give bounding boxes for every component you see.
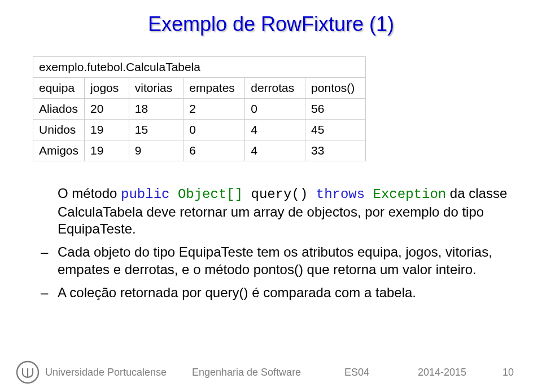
- table-header: vitorias: [129, 78, 183, 99]
- university-logo-icon: [16, 360, 40, 384]
- table-row: Aliados 20 18 2 0 56: [33, 99, 366, 120]
- table-cell: 15: [129, 120, 183, 140]
- footer: Universidade Portucalense Engenharia de …: [0, 360, 542, 384]
- table-cell: 45: [305, 120, 366, 140]
- table-row: Unidos 19 15 0 4 45: [33, 120, 366, 140]
- page-title: Exemplo de RowFixture (1): [0, 0, 542, 36]
- table-cell: 18: [129, 99, 183, 120]
- table-header: pontos(): [305, 78, 366, 99]
- table-cell: Aliados: [33, 99, 85, 120]
- table-cell: 19: [85, 120, 129, 140]
- code-keyword: public: [121, 187, 169, 202]
- code-keyword: throws: [316, 187, 365, 202]
- data-table-wrap: exemplo.futebol.CalculaTabela equipa jog…: [33, 56, 366, 161]
- table-cell: 20: [85, 99, 129, 120]
- table-row: exemplo.futebol.CalculaTabela: [33, 57, 366, 78]
- text-run: O método: [58, 186, 121, 201]
- table-cell: 0: [245, 99, 305, 120]
- table-cell: 19: [85, 140, 129, 161]
- footer-logo-box: [16, 360, 40, 384]
- table-cell: 4: [245, 120, 305, 140]
- footer-course: Engenharia de Software: [192, 367, 344, 378]
- table-header: derrotas: [245, 78, 305, 99]
- table-cell: 0: [183, 120, 245, 140]
- bullet-text: Cada objeto do tipo EquipaTeste tem os a…: [58, 244, 492, 277]
- table-header: empates: [183, 78, 245, 99]
- table-header: equipa: [33, 78, 85, 99]
- footer-university: Universidade Portucalense: [45, 367, 192, 378]
- table-cell: 6: [183, 140, 245, 161]
- table-cell: 33: [305, 140, 366, 161]
- slide: Exemplo de RowFixture (1) exemplo.futebo…: [0, 0, 542, 392]
- table-row: Amigos 19 9 6 4 33: [33, 140, 366, 161]
- list-item: O método public Object[] query() throws …: [58, 185, 508, 238]
- table-caption: exemplo.futebol.CalculaTabela: [33, 57, 366, 78]
- body-text: O método public Object[] query() throws …: [58, 185, 508, 301]
- dash-icon: –: [41, 244, 48, 261]
- list-item: – A coleção retornada por query() é comp…: [58, 284, 508, 302]
- dash-icon: –: [41, 284, 48, 302]
- table-cell: 4: [245, 140, 305, 161]
- list-item: – Cada objeto do tipo EquipaTeste tem os…: [58, 244, 508, 278]
- footer-page: 10: [491, 367, 514, 378]
- table-cell: 56: [305, 99, 366, 120]
- code-type: Exception: [373, 187, 447, 202]
- table-cell: Amigos: [33, 140, 85, 161]
- data-table: exemplo.futebol.CalculaTabela equipa jog…: [33, 56, 366, 161]
- code-type: Object[]: [178, 187, 243, 202]
- table-cell: 9: [129, 140, 183, 161]
- table-cell: 2: [183, 99, 245, 120]
- table-header: jogos: [85, 78, 129, 99]
- footer-year: 2014-2015: [418, 367, 491, 378]
- footer-code: ES04: [344, 367, 418, 378]
- table-cell: Unidos: [33, 120, 85, 140]
- bullet-text: A coleção retornada por query() é compar…: [58, 285, 416, 300]
- table-row: equipa jogos vitorias empates derrotas p…: [33, 78, 366, 99]
- bullet-text: O método public Object[] query() throws …: [58, 186, 507, 236]
- code-method: query(): [243, 187, 316, 202]
